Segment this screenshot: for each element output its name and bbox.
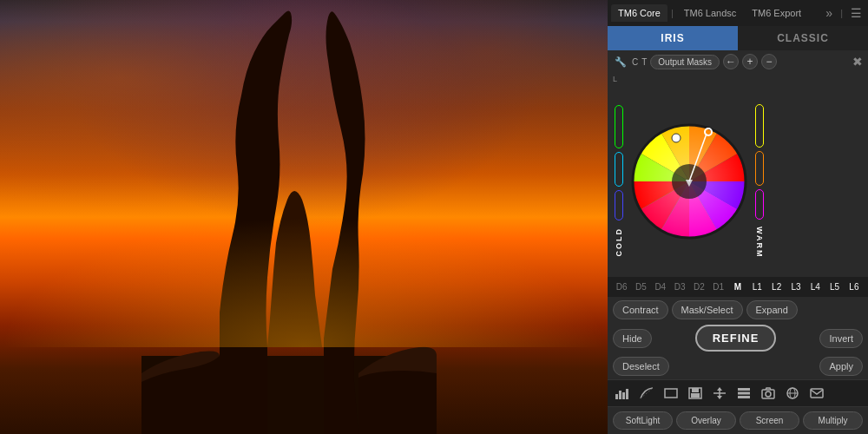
expand-btn[interactable]: Expand [746, 300, 798, 319]
svg-rect-17 [691, 393, 700, 398]
tonal-L6[interactable]: L6 [845, 280, 863, 293]
globe-icon[interactable] [783, 384, 802, 403]
svg-rect-14 [665, 389, 677, 398]
save-icon[interactable] [686, 384, 705, 403]
svg-rect-30 [811, 389, 823, 398]
apply-btn[interactable]: Apply [819, 357, 863, 376]
tab-tm6-export[interactable]: TM6 Export [745, 4, 808, 22]
tonal-D1[interactable]: D1 [710, 280, 727, 293]
layers-icon[interactable] [734, 384, 753, 403]
tonal-L1[interactable]: L1 [748, 280, 766, 293]
color-wheel-svg: ▼ [628, 121, 750, 242]
action-row-2: Hide REFINE Invert [608, 323, 868, 353]
tab-tm6-landsc[interactable]: TM6 Landsc [677, 4, 744, 22]
tab-bar: TM6 Core | TM6 Landsc TM6 Export » | ☰ [608, 0, 868, 26]
back-btn[interactable]: ← [723, 54, 739, 69]
svg-rect-12 [626, 389, 628, 399]
tab-more: » | ☰ [823, 6, 865, 20]
tonal-D5[interactable]: D5 [632, 280, 649, 293]
blue-bar[interactable] [615, 190, 623, 220]
svg-text:▼: ▼ [683, 175, 695, 189]
icon-toolbar [608, 379, 868, 407]
cold-side: COLD [615, 105, 623, 257]
svg-rect-23 [738, 392, 750, 395]
refine-btn[interactable]: REFINE [695, 325, 777, 352]
panel: TM6 Core | TM6 Landsc TM6 Export » | ☰ I… [608, 0, 868, 434]
svg-rect-9 [615, 394, 618, 399]
tonal-L5[interactable]: L5 [825, 280, 843, 293]
svg-rect-24 [738, 396, 750, 398]
iris-mode-btn[interactable]: IRIS [608, 26, 738, 50]
orange-bar[interactable] [755, 151, 764, 186]
svg-point-6 [672, 134, 681, 142]
tonal-D4[interactable]: D4 [652, 280, 669, 293]
warm-side: WARM [755, 104, 764, 259]
add-btn[interactable]: + [742, 54, 758, 69]
sunset-glow [0, 217, 608, 347]
tonal-D2[interactable]: D2 [690, 280, 707, 293]
contract-btn[interactable]: Contract [613, 300, 668, 319]
svg-rect-22 [738, 388, 750, 391]
magenta-bar[interactable] [755, 189, 764, 220]
softlight-btn[interactable]: SoftLight [613, 411, 673, 430]
svg-rect-16 [692, 388, 699, 392]
tab-tm6-core[interactable]: TM6 Core [611, 4, 667, 22]
output-masks-btn[interactable]: Output Masks [650, 55, 720, 69]
overlay-btn[interactable]: Overlay [676, 411, 736, 430]
tonal-row: D6 D5 D4 D3 D2 D1 M L1 L2 L3 L4 L5 L6 [608, 277, 868, 297]
action-row-1: Contract Mask/Select Expand [608, 297, 868, 323]
color-wheel-area: COLD [608, 85, 868, 277]
green-bar[interactable] [615, 105, 623, 148]
deselect-btn[interactable]: Deselect [613, 357, 669, 376]
tonal-M[interactable]: M [729, 280, 746, 293]
tonal-D6[interactable]: D6 [613, 280, 630, 293]
mail-icon[interactable] [807, 384, 826, 403]
svg-rect-10 [619, 391, 621, 399]
blend-row: SoftLight Overlay Screen Multiply [608, 407, 868, 434]
invert-btn[interactable]: Invert [819, 329, 863, 348]
photo-area [0, 0, 608, 434]
tonal-L3[interactable]: L3 [787, 280, 805, 293]
color-wheel-container[interactable]: ▼ [628, 121, 750, 242]
scale-icon[interactable] [710, 384, 729, 403]
tab-menu-icon[interactable]: ☰ [848, 6, 865, 20]
rectangle-icon[interactable] [661, 384, 681, 403]
controls-row: 🔧 C T Output Masks ← + − ✖ [608, 50, 868, 73]
output-masks-label: Output Masks [658, 57, 712, 67]
l-label: L [613, 75, 863, 83]
action-row-3: Deselect Apply [608, 353, 868, 379]
hide-btn[interactable]: Hide [613, 329, 652, 348]
tonal-L4[interactable]: L4 [806, 280, 824, 293]
cyan-bar[interactable] [615, 152, 623, 187]
cold-label: COLD [615, 227, 623, 257]
mask-select-btn[interactable]: Mask/Select [672, 300, 743, 319]
minus-btn[interactable]: − [761, 54, 777, 69]
multiply-btn[interactable]: Multiply [803, 411, 863, 430]
curves-icon[interactable] [637, 384, 656, 403]
svg-point-26 [766, 391, 771, 397]
screen-btn[interactable]: Screen [740, 411, 799, 430]
t-label: T [641, 57, 647, 67]
camera-icon[interactable] [759, 384, 778, 403]
warm-label: WARM [755, 227, 764, 259]
classic-mode-btn[interactable]: CLASSIC [738, 26, 868, 50]
c-label: C [632, 57, 638, 67]
svg-rect-11 [622, 392, 625, 399]
histogram-icon[interactable] [613, 384, 632, 403]
yellow-bar[interactable] [755, 104, 764, 148]
svg-marker-20 [717, 387, 722, 391]
tab-separator: | [671, 8, 674, 18]
mode-bar: IRIS CLASSIC [608, 26, 868, 50]
tonal-D3[interactable]: D3 [671, 280, 688, 293]
tab-more-arrows[interactable]: » [823, 6, 835, 20]
svg-marker-21 [717, 396, 722, 399]
close-x-btn[interactable]: ✖ [852, 55, 863, 69]
eyedropper-icon[interactable]: 🔧 [613, 54, 628, 69]
tonal-L2[interactable]: L2 [768, 280, 786, 293]
